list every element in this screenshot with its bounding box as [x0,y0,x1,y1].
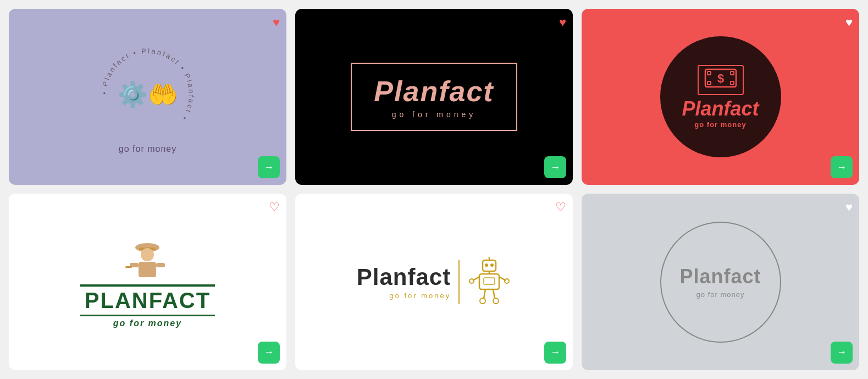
arrow-icon-4: → [264,347,274,358]
svg-line-26 [484,289,485,299]
svg-rect-12 [156,263,165,267]
heart-icon-6: ♥ [845,200,853,214]
card-2-content: Planfact go for money [351,63,517,131]
card-4-content: PLANFACT go for money [80,235,215,328]
arrow-button-3[interactable]: → [831,156,853,178]
heart-button-5[interactable]: ♡ [555,200,566,215]
card-6-inner: Planfact go for money [660,222,781,343]
card-3-tagline: go for money [694,120,746,129]
card-6-brand: Planfact [679,265,761,288]
svg-rect-10 [139,262,156,277]
arrow-icon-2: → [550,162,560,173]
svg-rect-6 [731,81,734,85]
svg-text:$: $ [717,72,723,85]
heart-icon-4: ♡ [269,200,280,214]
card-5-brand: Planfact [357,264,451,290]
card-5: ♡ Planfact go for money [295,194,573,370]
svg-point-29 [493,298,499,304]
card-4-brand: PLANFACT [80,284,215,316]
card-5-content: Planfact go for money [357,257,511,307]
card-5-tagline: go for money [389,292,451,300]
worker-svg [120,235,175,285]
card-2-brand: Planfact [374,75,494,108]
arrow-icon-6: → [837,347,847,358]
arrow-button-1[interactable]: → [258,156,280,178]
robot-svg [467,257,511,307]
dollar-icon: $ [698,65,744,95]
arrow-icon-3: → [837,162,847,173]
svg-point-25 [505,279,509,283]
arrow-button-2[interactable]: → [544,156,566,178]
card-1: ♥ • Planfact • Planfact • Planfact • ⚙️🤲… [9,9,286,185]
svg-point-18 [488,257,490,259]
heart-icon-3: ♥ [845,15,853,29]
heart-button-3[interactable]: ♥ [845,15,853,30]
card-4-tagline: go for money [113,318,182,328]
svg-text:• Planfact • Planfact • Planfa: • Planfact • Planfact • Planfact • [99,47,195,123]
svg-point-28 [480,298,485,304]
svg-rect-21 [484,278,495,284]
card-2: ♥ Planfact go for money → [295,9,573,185]
brand-box-4: PLANFACT [80,285,215,316]
card-2-tagline: go for money [392,110,477,119]
logo-grid: ♥ • Planfact • Planfact • Planfact • ⚙️🤲… [9,9,859,370]
heart-icon-1: ♥ [273,15,280,29]
circular-text-container: • Planfact • Planfact • Planfact • ⚙️🤲 [93,40,203,150]
card-6: ♥ Planfact go for money → [582,194,859,370]
svg-rect-4 [731,72,734,75]
heart-button-1[interactable]: ♥ [273,15,280,30]
svg-point-16 [490,263,494,267]
arrow-button-6[interactable]: → [831,342,853,364]
heart-button-2[interactable]: ♥ [559,15,566,30]
card-3: ♥ $ Planfact go for money → [582,9,859,185]
svg-point-23 [469,279,474,283]
heart-button-4[interactable]: ♡ [269,200,280,215]
svg-rect-3 [707,72,711,75]
card-6-tagline: go for money [696,290,745,299]
svg-point-9 [141,248,154,261]
heart-icon-2: ♥ [559,15,566,29]
svg-line-27 [493,289,495,299]
circular-text-svg: • Planfact • Planfact • Planfact • [93,40,203,150]
heart-icon-5: ♡ [555,200,566,214]
vertical-divider-5 [458,260,460,304]
arrow-button-5[interactable]: → [544,342,566,364]
svg-point-15 [485,263,488,267]
planfact-left-5: Planfact go for money [357,264,451,300]
card-3-inner: $ Planfact go for money [660,36,781,157]
arrow-icon-1: → [264,162,274,173]
card-1-content: • Planfact • Planfact • Planfact • ⚙️🤲 g… [9,9,286,185]
card-4: ♡ PLANFACT go for money [9,194,286,370]
heart-button-6[interactable]: ♥ [845,200,853,215]
arrow-icon-5: → [550,347,560,358]
card-3-brand: Planfact [682,97,759,120]
svg-rect-20 [479,274,499,289]
svg-rect-14 [483,260,496,271]
svg-rect-5 [707,81,711,85]
arrow-button-4[interactable]: → [258,342,280,364]
svg-rect-13 [125,266,132,268]
